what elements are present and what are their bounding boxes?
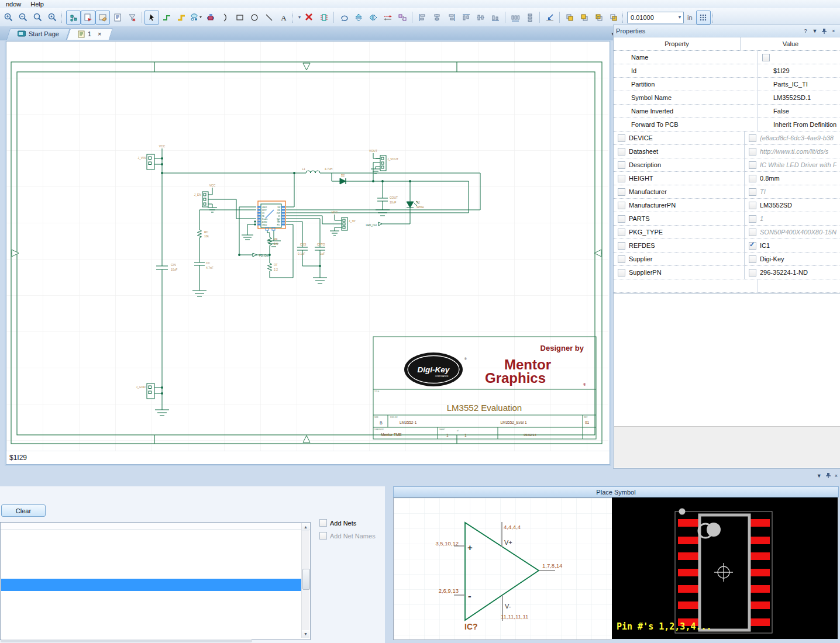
property-row[interactable]: DEVICE{e8acd8cf-6dc3-4ae9-b38 <box>614 132 840 145</box>
property-row[interactable]: SupplierPN296-35224-1-ND <box>614 266 840 279</box>
zoom-in-icon[interactable] <box>1 11 16 25</box>
scrollbar-thumb[interactable] <box>302 569 310 590</box>
swap-gates-icon[interactable] <box>395 11 409 25</box>
add-nets-checkbox[interactable]: Add Nets <box>319 519 356 527</box>
document-icon[interactable] <box>110 11 125 25</box>
property-row[interactable]: Forward To PCBInherit From Definition <box>614 118 840 132</box>
navigator-icon[interactable] <box>66 11 81 25</box>
snap-origin-icon[interactable] <box>542 11 557 25</box>
property-row[interactable]: DescriptionIC White LED Driver with F <box>614 158 840 172</box>
delete-icon[interactable] <box>302 11 316 25</box>
property-row[interactable]: PARTS1 <box>614 212 840 226</box>
tab-start-page[interactable]: Start Page <box>8 28 68 40</box>
align-bottom-icon[interactable] <box>488 11 502 25</box>
order-front-icon[interactable] <box>562 11 577 25</box>
swap-pins-icon[interactable] <box>380 11 395 25</box>
zoom-out-icon[interactable] <box>16 11 30 25</box>
property-row[interactable]: HEIGHT0.8mm <box>614 172 840 185</box>
property-row[interactable]: SupplierDigi-Key <box>614 253 840 266</box>
schematic-canvas[interactable]: GND1 FSTP VC FB Enable AGND GND2 SW VIN … <box>6 41 610 465</box>
property-row[interactable]: Datasheethttp://www.ti.com/lit/ds/s <box>614 145 840 158</box>
flip-vertical-icon[interactable] <box>351 11 366 25</box>
property-row[interactable]: Name <box>614 51 840 64</box>
grid-toggle-icon[interactable] <box>696 11 711 25</box>
flip-horizontal-icon[interactable] <box>366 11 380 25</box>
value-checkbox[interactable] <box>749 188 756 196</box>
pin-icon[interactable] <box>820 27 829 35</box>
add-connector-icon[interactable] <box>188 11 203 25</box>
panel-menu-icon[interactable]: ▼ <box>817 473 822 479</box>
add-bus-icon[interactable] <box>174 11 188 25</box>
value-checkbox[interactable] <box>749 175 756 182</box>
scroll-up-icon[interactable]: ▲ <box>302 523 309 531</box>
value-checkbox[interactable] <box>762 54 770 61</box>
add-part-icon[interactable] <box>203 11 218 25</box>
value-checkbox[interactable] <box>749 255 756 263</box>
property-checkbox[interactable] <box>618 242 625 250</box>
add-line-icon[interactable] <box>261 11 276 25</box>
property-row[interactable]: Id$1I29 <box>614 64 840 78</box>
selected-list-item[interactable] <box>1 579 302 591</box>
grid-spacing-combo[interactable]: 0.01000▼ <box>627 12 684 23</box>
property-checkbox[interactable] <box>618 175 625 182</box>
add-arc-icon[interactable] <box>218 11 232 25</box>
value-checkbox[interactable] <box>749 215 756 223</box>
property-row[interactable]: Name InvertedFalse <box>614 105 840 118</box>
horizontal-scrollbar[interactable] <box>1 639 252 642</box>
align-center-icon[interactable] <box>429 11 444 25</box>
text-tool-icon[interactable]: A <box>276 11 291 25</box>
property-row[interactable]: PartitionParts_IC_TI <box>614 78 840 91</box>
align-middle-icon[interactable] <box>473 11 488 25</box>
property-checkbox[interactable] <box>618 255 625 263</box>
align-right-icon[interactable] <box>444 11 459 25</box>
place-symbol-titlebar[interactable]: Place Symbol <box>393 486 839 497</box>
menu-help[interactable]: Help <box>27 1 47 8</box>
pin-properties-icon[interactable] <box>316 11 331 25</box>
property-row[interactable]: PKG_TYPESON50P400X400X80-15N <box>614 226 840 239</box>
property-checkbox[interactable] <box>618 148 625 155</box>
clear-button[interactable]: Clear <box>1 504 46 517</box>
chevron-down-icon[interactable]: ▼ <box>677 15 682 20</box>
value-checkbox[interactable] <box>749 202 756 209</box>
tab-sheet-1[interactable]: 1 × <box>68 28 111 40</box>
help-icon[interactable]: ? <box>801 27 810 35</box>
order-back-icon[interactable] <box>577 11 591 25</box>
close-icon[interactable]: × <box>829 27 838 35</box>
filter-select-icon[interactable] <box>125 11 139 25</box>
align-top-icon[interactable] <box>459 11 473 25</box>
panel-menu-icon[interactable]: ▼ <box>810 27 820 35</box>
order-backward-icon[interactable] <box>606 11 621 25</box>
add-rect-icon[interactable] <box>232 11 247 25</box>
vertical-scrollbar[interactable]: ▲ ▼ <box>301 523 309 638</box>
symbol-list[interactable]: ▲ ▼ <box>0 522 311 640</box>
zoom-window-icon[interactable] <box>30 11 45 25</box>
value-checkbox[interactable] <box>749 242 756 250</box>
align-left-icon[interactable] <box>415 11 429 25</box>
column-header-value[interactable]: Value <box>741 37 840 50</box>
toolbar-overflow-icon[interactable]: ▾ <box>298 15 301 20</box>
distribute-v-icon[interactable] <box>522 11 537 25</box>
order-forward-icon[interactable] <box>591 11 606 25</box>
distribute-h-icon[interactable] <box>508 11 522 25</box>
scroll-down-icon[interactable]: ▼ <box>302 630 309 638</box>
property-checkbox[interactable] <box>618 202 625 209</box>
property-checkbox[interactable] <box>618 161 625 169</box>
zoom-full-icon[interactable] <box>45 11 60 25</box>
close-icon[interactable]: × <box>98 30 101 37</box>
add-net-names-checkbox[interactable]: Add Net Names <box>319 532 376 540</box>
value-checkbox[interactable] <box>749 148 756 155</box>
open-sheet-icon[interactable] <box>81 11 95 25</box>
rotate-icon[interactable] <box>336 11 351 25</box>
value-checkbox[interactable] <box>749 161 756 169</box>
property-checkbox[interactable] <box>618 134 625 142</box>
menu-window[interactable]: ndow <box>2 1 25 8</box>
schematic-sheet[interactable]: GND1 FSTP VC FB Enable AGND GND2 SW VIN … <box>6 42 608 451</box>
property-row[interactable]: ManufacturerTI <box>614 185 840 199</box>
property-row[interactable]: ManufacturerPNLM3552SD <box>614 199 840 212</box>
cursor-icon[interactable] <box>144 11 159 25</box>
property-row[interactable]: REFDESIC1 <box>614 239 840 253</box>
property-checkbox[interactable] <box>618 215 625 223</box>
properties-card-icon[interactable] <box>95 11 110 25</box>
property-checkbox[interactable] <box>618 188 625 196</box>
property-checkbox[interactable] <box>618 229 625 236</box>
